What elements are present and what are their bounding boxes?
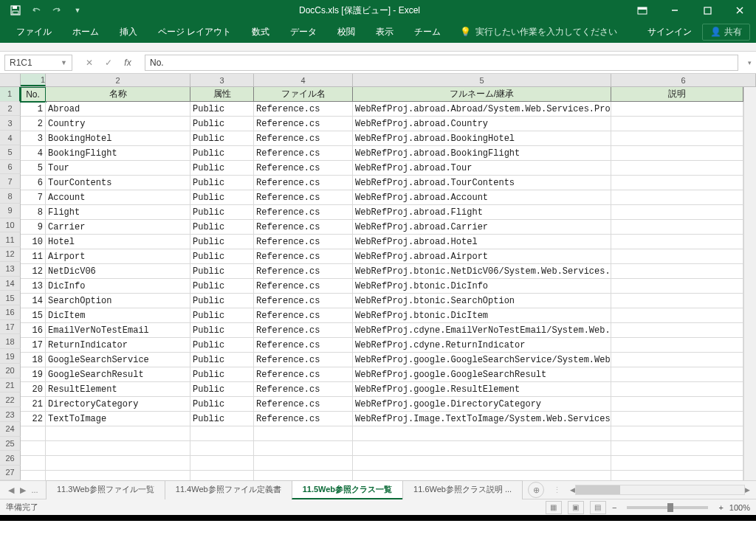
tell-me-search[interactable]: 💡 実行したい作業を入力してください (460, 26, 617, 38)
cancel-formula-icon[interactable]: ✕ (81, 58, 97, 68)
row-header[interactable]: 8 (0, 189, 21, 204)
row-header[interactable]: 18 (0, 334, 21, 349)
tab-insert[interactable]: 挿入 (109, 21, 148, 43)
cell[interactable] (353, 441, 611, 456)
cell[interactable]: 9 (21, 220, 46, 235)
cell[interactable] (611, 441, 743, 456)
cell[interactable] (611, 190, 743, 205)
cell[interactable]: Reference.cs (254, 412, 353, 426)
chevron-down-icon[interactable]: ▼ (61, 59, 67, 66)
cell[interactable]: 13 (21, 279, 46, 294)
cell[interactable]: Public (190, 190, 254, 205)
enter-formula-icon[interactable]: ✓ (100, 58, 117, 68)
cell[interactable]: Reference.cs (254, 161, 353, 176)
cell[interactable]: 3 (21, 131, 46, 146)
row-header[interactable]: 27 (0, 466, 21, 480)
cell[interactable] (611, 161, 743, 176)
tab-file[interactable]: ファイル (6, 21, 62, 43)
cell[interactable] (46, 471, 190, 480)
row-header[interactable]: 24 (0, 422, 21, 437)
row-header[interactable]: 26 (0, 451, 21, 466)
cell[interactable] (21, 426, 46, 441)
cell[interactable] (21, 471, 46, 480)
row-header[interactable]: 19 (0, 349, 21, 364)
cell[interactable] (190, 441, 254, 456)
fx-icon[interactable]: fx (120, 58, 136, 68)
row-header[interactable]: 6 (0, 160, 21, 175)
cell[interactable]: 16 (21, 323, 46, 338)
cell[interactable]: DirectoryCategory (46, 397, 190, 412)
tab-formulas[interactable]: 数式 (241, 21, 280, 43)
cell[interactable]: Public (190, 294, 254, 308)
cell[interactable]: Reference.cs (254, 367, 353, 382)
tab-team[interactable]: チーム (404, 21, 451, 43)
cell[interactable]: Public (190, 382, 254, 397)
formula-expand-icon[interactable]: ▾ (743, 59, 756, 66)
sheet-tab[interactable]: 11.5Web参照クラス一覧 (292, 480, 403, 499)
cell[interactable]: Public (190, 176, 254, 190)
col-header[interactable]: 2 (46, 74, 190, 86)
cell[interactable]: BookingFlight (46, 146, 190, 161)
cell[interactable]: ResultElement (46, 382, 190, 397)
cell[interactable] (254, 471, 353, 480)
cell[interactable]: Reference.cs (254, 205, 353, 220)
cell[interactable]: 20 (21, 382, 46, 397)
row-header[interactable]: 3 (0, 116, 21, 131)
cell[interactable]: 4 (21, 146, 46, 161)
row-header[interactable]: 5 (0, 145, 21, 160)
cell[interactable] (611, 279, 743, 294)
cell[interactable]: Reference.cs (254, 323, 353, 338)
zoom-level[interactable]: 100% (729, 503, 750, 512)
zoom-out-button[interactable]: − (612, 503, 616, 512)
cell[interactable]: WebRefProj.abroad.BookingFlight (353, 146, 611, 161)
cell[interactable]: WebRefProj.google.GoogleSearchResult (353, 367, 611, 382)
cell[interactable]: Reference.cs (254, 176, 353, 190)
cell[interactable]: WebRefProj.abroad.Airport (353, 249, 611, 264)
cell[interactable]: Public (190, 205, 254, 220)
cell[interactable]: Airport (46, 249, 190, 264)
cell[interactable]: 11 (21, 249, 46, 264)
row-header[interactable]: 22 (0, 392, 21, 407)
cell[interactable]: 17 (21, 338, 46, 353)
cell[interactable]: 7 (21, 190, 46, 205)
cell[interactable]: Reference.cs (254, 264, 353, 279)
scroll-right-icon[interactable]: ▶ (745, 486, 750, 494)
row-header[interactable]: 7 (0, 174, 21, 189)
cell[interactable]: Reference.cs (254, 382, 353, 397)
cell[interactable]: 属性 (190, 87, 254, 102)
close-button[interactable] (724, 0, 756, 21)
cell[interactable]: 1 (21, 102, 46, 117)
row-header[interactable]: 14 (0, 277, 21, 291)
redo-button[interactable] (47, 1, 66, 19)
cell[interactable]: Public (190, 279, 254, 294)
cell[interactable]: Public (190, 353, 254, 367)
cell[interactable]: 10 (21, 235, 46, 249)
cell[interactable]: 15 (21, 308, 46, 323)
tab-pagelayout[interactable]: ページ レイアウト (148, 21, 241, 43)
cell[interactable]: Reference.cs (254, 235, 353, 249)
cell[interactable]: WebRefProj.btonic.DicItem (353, 308, 611, 323)
ribbon-display-icon[interactable] (626, 0, 659, 21)
cell[interactable] (611, 367, 743, 382)
row-header[interactable]: 9 (0, 204, 21, 218)
row-header[interactable]: 4 (0, 131, 21, 145)
row-header[interactable]: 21 (0, 378, 21, 393)
cell[interactable]: 名称 (46, 87, 190, 102)
cell[interactable]: WebRefProj.btonic.DicInfo (353, 279, 611, 294)
row-header[interactable]: 10 (0, 218, 21, 233)
tab-data[interactable]: データ (280, 21, 327, 43)
cell[interactable] (254, 456, 353, 471)
cell[interactable]: Public (190, 161, 254, 176)
add-sheet-button[interactable]: ⊕ (528, 482, 544, 498)
cell[interactable]: Public (190, 102, 254, 117)
col-header[interactable]: 4 (254, 74, 353, 86)
cell[interactable]: WebRefProj.btonic.NetDicV06/System.Web.S… (353, 264, 611, 279)
sheet-tab[interactable]: 11.4Web参照ファイル定義書 (165, 480, 292, 499)
tab-view[interactable]: 表示 (365, 21, 404, 43)
cell[interactable] (611, 338, 743, 353)
cell[interactable] (611, 397, 743, 412)
cell[interactable] (611, 146, 743, 161)
cell[interactable] (611, 412, 743, 426)
cell[interactable]: 8 (21, 205, 46, 220)
vertical-scrollbar[interactable] (743, 87, 756, 480)
